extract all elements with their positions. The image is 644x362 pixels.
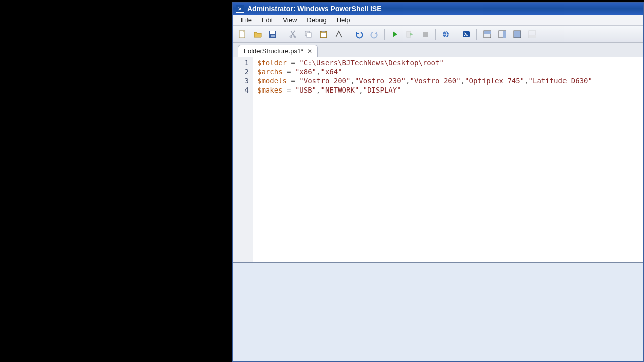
console-pane[interactable]: [233, 262, 643, 361]
new-remote-tab-button[interactable]: [439, 28, 452, 41]
run-script-button[interactable]: [388, 28, 401, 41]
code-string: "Vostro 260": [410, 77, 461, 85]
svg-rect-21: [529, 35, 536, 38]
undo-button[interactable]: [353, 28, 366, 41]
code-string: "C:\Users\BJTechNews\Desktop\root": [299, 59, 444, 67]
code-area[interactable]: $folder = "C:\Users\BJTechNews\Desktop\r…: [253, 57, 643, 262]
toolbar: [233, 26, 643, 43]
toolbar-separator: [435, 29, 436, 40]
code-string: "Optiplex 745": [465, 77, 524, 85]
svg-rect-12: [423, 32, 428, 37]
app-icon: >: [236, 5, 244, 13]
stop-button[interactable]: [419, 28, 432, 41]
toolbar-separator: [456, 29, 456, 40]
code-operator: =: [287, 77, 299, 85]
cut-button[interactable]: [287, 28, 300, 41]
code-string: "x86": [295, 68, 316, 76]
menu-view[interactable]: View: [278, 15, 302, 25]
code-variable: $models: [257, 77, 287, 85]
run-selection-button[interactable]: [404, 28, 417, 41]
script-tab[interactable]: FolderStructure.ps1* ✕: [238, 45, 318, 57]
code-string: "x64": [320, 68, 342, 76]
line-number-gutter: 1 2 3 4: [233, 57, 253, 262]
svg-rect-3: [271, 35, 275, 37]
line-number: 3: [233, 76, 253, 85]
copy-button[interactable]: [302, 28, 315, 41]
code-comma: ,: [406, 77, 410, 85]
code-string: "DISPLAY": [363, 86, 401, 94]
menu-debug[interactable]: Debug: [302, 15, 331, 25]
powershell-tab-button[interactable]: [460, 28, 473, 41]
code-variable: $archs: [257, 68, 283, 76]
code-string: "Vostro 200": [299, 77, 350, 85]
menu-bar: File Edit View Debug Help: [233, 15, 643, 26]
svg-rect-18: [503, 31, 506, 38]
line-number: 1: [233, 58, 253, 67]
close-tab-icon[interactable]: ✕: [307, 48, 312, 55]
text-caret: [402, 86, 403, 95]
code-operator: =: [283, 86, 295, 94]
code-variable: $folder: [257, 59, 287, 67]
new-button[interactable]: [236, 28, 249, 41]
clear-console-button[interactable]: [332, 28, 345, 41]
code-comma: ,: [461, 77, 465, 85]
code-comma: ,: [524, 77, 528, 85]
toolbar-separator: [476, 29, 477, 40]
line-number: 2: [233, 67, 253, 76]
show-script-pane-top-button[interactable]: [480, 28, 494, 41]
code-variable: $makes: [257, 86, 283, 94]
menu-edit[interactable]: Edit: [257, 15, 278, 25]
tab-strip: FolderStructure.ps1* ✕: [233, 43, 643, 57]
show-script-pane-right-button[interactable]: [496, 28, 509, 41]
code-string: "NETWORK": [320, 86, 359, 94]
ise-window: > Administrator: Windows PowerShell ISE …: [232, 2, 644, 362]
code-line[interactable]: $archs = "x86","x64": [257, 67, 639, 76]
code-string: "Latitude D630": [529, 77, 592, 85]
svg-rect-10: [321, 33, 326, 37]
code-comma: ,: [350, 77, 354, 85]
svg-rect-7: [307, 33, 311, 37]
toolbar-separator: [384, 29, 385, 40]
menu-help[interactable]: Help: [332, 15, 355, 25]
svg-rect-16: [484, 31, 491, 34]
paste-button[interactable]: [317, 28, 330, 41]
code-line[interactable]: $folder = "C:\Users\BJTechNews\Desktop\r…: [257, 58, 639, 67]
svg-rect-19: [514, 31, 521, 38]
line-number: 4: [233, 85, 253, 95]
menu-file[interactable]: File: [236, 15, 257, 25]
redo-button[interactable]: [368, 28, 381, 41]
title-bar[interactable]: > Administrator: Windows PowerShell ISE: [233, 3, 643, 15]
window-title: Administrator: Windows PowerShell ISE: [247, 5, 381, 13]
show-script-pane-max-button[interactable]: [511, 28, 524, 41]
code-comma: ,: [359, 86, 363, 94]
script-editor[interactable]: 1 2 3 4 $folder = "C:\Users\BJTechNews\D…: [233, 57, 643, 262]
code-string: "USB": [295, 86, 316, 94]
toolbar-separator: [283, 29, 283, 40]
code-operator: =: [283, 68, 295, 76]
svg-rect-2: [270, 31, 275, 34]
open-button[interactable]: [251, 28, 264, 41]
code-string: "Vostro 230": [355, 77, 406, 85]
svg-rect-9: [322, 31, 325, 32]
show-command-addon-button[interactable]: [526, 28, 539, 41]
save-button[interactable]: [266, 28, 279, 41]
toolbar-separator: [349, 29, 349, 40]
script-tab-label: FolderStructure.ps1*: [244, 47, 303, 55]
code-operator: =: [287, 59, 299, 67]
code-line[interactable]: $models = "Vostro 200","Vostro 230","Vos…: [257, 76, 639, 85]
code-line[interactable]: $makes = "USB","NETWORK","DISPLAY": [257, 85, 639, 95]
